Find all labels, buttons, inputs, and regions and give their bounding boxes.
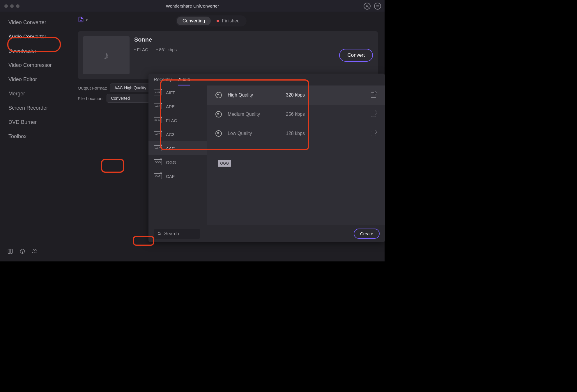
quality-icon (215, 111, 222, 117)
panel-tab-recently[interactable]: Recently (154, 77, 172, 85)
format-item-ape[interactable]: APEAPE (148, 99, 207, 113)
svg-line-11 (160, 234, 161, 235)
format-chip-icon: APE (154, 104, 162, 109)
account-icon[interactable] (364, 3, 371, 10)
format-item-caf[interactable]: CAFCAF (148, 169, 207, 183)
svg-point-0 (367, 5, 368, 6)
output-format-label: Output Format: (78, 85, 107, 90)
help-icon[interactable] (20, 248, 25, 256)
quality-icon (215, 130, 222, 137)
sidebar-item-dvd-burner[interactable]: DVD Burner (0, 115, 71, 129)
maximize-window-button[interactable] (16, 4, 20, 8)
close-window-button[interactable] (4, 4, 8, 8)
sidebar-item-merger[interactable]: Merger (0, 87, 71, 101)
convert-button[interactable]: Convert (339, 49, 373, 62)
quality-rate: 320 kbps (286, 92, 371, 98)
window-controls (4, 4, 20, 8)
format-item-flac[interactable]: FLACFLAC (148, 113, 207, 127)
quality-icon (215, 92, 222, 98)
sidebar-item-video-editor[interactable]: Video Editor (0, 72, 71, 87)
main-area: ▾ Converting Finished ♪ Sonne FLAC 861 k… (71, 12, 385, 261)
sidebar-item-video-converter[interactable]: Video Converter (0, 15, 71, 30)
edit-icon[interactable] (371, 131, 376, 136)
format-item-aac[interactable]: AACAAC (148, 141, 207, 155)
guide-icon[interactable] (7, 248, 13, 256)
format-chip-icon: AC3 (154, 131, 162, 137)
quality-row-high[interactable]: High Quality 320 kbps (207, 85, 385, 105)
create-button[interactable]: Create (354, 229, 380, 239)
tab-finished-label: Finished (222, 18, 239, 24)
search-icon (157, 231, 162, 236)
file-card: ♪ Sonne FLAC 861 kbps Convert (78, 31, 378, 79)
format-chip-icon: AAC (154, 145, 162, 151)
search-placeholder: Search (164, 231, 179, 236)
format-label: AIFF (166, 90, 176, 95)
format-item-ogg[interactable]: OGGOGG (148, 155, 207, 169)
file-title: Sonne (134, 36, 334, 43)
tooltip-badge: OGG (218, 160, 231, 167)
format-chip-icon: AIFF (154, 90, 162, 95)
menu-icon[interactable] (374, 3, 381, 10)
sidebar: Video Converter Audio Converter Download… (0, 12, 71, 261)
format-label: OGG (166, 160, 176, 165)
title-bar: Wondershare UniConverter (0, 0, 385, 12)
add-files-dropdown-icon[interactable]: ▾ (86, 18, 88, 22)
tab-finished[interactable]: Finished (211, 18, 245, 24)
quality-name: Low Quality (228, 131, 286, 136)
sidebar-item-audio-converter[interactable]: Audio Converter (0, 30, 71, 44)
format-chip-icon: CAF (154, 173, 162, 179)
app-window: Wondershare UniConverter Video Converter… (0, 0, 385, 262)
app-title: Wondershare UniConverter (0, 3, 385, 8)
quality-rate: 128 kbps (286, 131, 371, 136)
format-label: AC3 (166, 132, 174, 137)
search-input[interactable]: Search (154, 229, 200, 239)
community-icon[interactable] (32, 248, 38, 256)
sidebar-item-downloader[interactable]: Downloader (0, 44, 71, 58)
sidebar-item-toolbox[interactable]: Toolbox (0, 129, 71, 144)
format-label: CAF (166, 174, 175, 179)
format-panel: Recently Audio AIFFAIFF APEAPE FLACFLAC … (148, 74, 385, 242)
edit-icon[interactable] (371, 112, 376, 117)
tab-converting[interactable]: Converting (177, 17, 211, 25)
quality-rate: 256 kbps (286, 112, 371, 117)
format-item-aiff[interactable]: AIFFAIFF (148, 85, 207, 99)
status-tabs: Converting Finished (176, 15, 247, 26)
format-label: APE (166, 104, 175, 109)
format-label: FLAC (166, 118, 177, 123)
format-item-ac3[interactable]: AC3AC3 (148, 127, 207, 141)
file-thumbnail-icon: ♪ (83, 36, 130, 74)
minimize-window-button[interactable] (10, 4, 14, 8)
quality-list: High Quality 320 kbps Medium Quality 256… (207, 85, 385, 225)
sidebar-item-screen-recorder[interactable]: Screen Recorder (0, 101, 71, 115)
svg-point-10 (158, 232, 160, 234)
quality-row-low[interactable]: Low Quality 128 kbps (207, 124, 385, 143)
svg-point-6 (33, 250, 34, 251)
quality-name: Medium Quality (228, 112, 286, 117)
svg-point-7 (35, 250, 36, 251)
notification-dot-icon (217, 20, 219, 22)
file-location-label: File Location: (78, 96, 104, 101)
svg-point-5 (22, 252, 23, 253)
file-bitrate: 861 kbps (156, 47, 177, 52)
file-format: FLAC (134, 47, 148, 52)
format-label: AAC (166, 146, 175, 151)
add-files-button[interactable] (78, 16, 84, 24)
quality-row-medium[interactable]: Medium Quality 256 kbps (207, 105, 385, 124)
edit-icon[interactable] (371, 92, 376, 98)
format-chip-icon: FLAC (154, 117, 162, 123)
sidebar-item-video-compressor[interactable]: Video Compressor (0, 58, 71, 72)
format-list[interactable]: AIFFAIFF APEAPE FLACFLAC AC3AC3 AACAAC O… (148, 85, 207, 225)
format-chip-icon: OGG (154, 159, 162, 165)
panel-tab-audio[interactable]: Audio (178, 77, 190, 85)
quality-name: High Quality (228, 92, 286, 98)
